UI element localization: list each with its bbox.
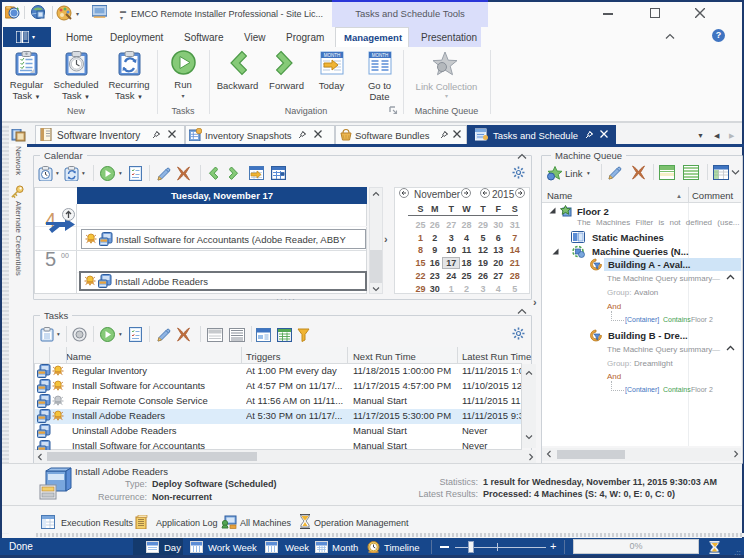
- svg-text:MONTH: MONTH: [324, 53, 341, 58]
- svg-text:MONTH: MONTH: [372, 53, 389, 58]
